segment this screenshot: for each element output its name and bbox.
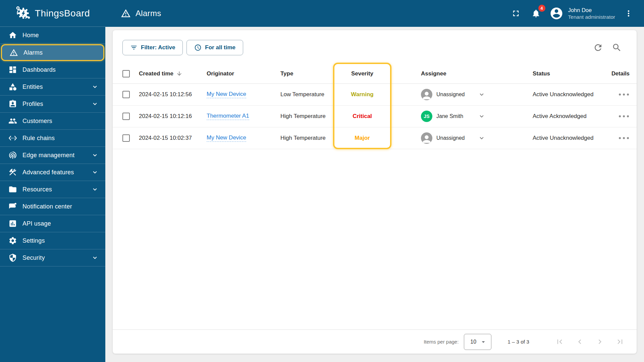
alarms-table: Created time Originator Type Severity As… xyxy=(113,64,637,149)
assignee-avatar xyxy=(421,89,432,100)
column-header-originator[interactable]: Originator xyxy=(207,70,280,77)
alarm-type: High Temperature xyxy=(280,135,333,141)
chevron-down-icon xyxy=(478,113,485,120)
previous-page-button[interactable] xyxy=(572,335,587,349)
assignee-select[interactable]: JS Jane Smith xyxy=(391,111,533,122)
more-vert-icon xyxy=(624,9,633,18)
first-page-button[interactable] xyxy=(552,335,567,349)
user-role: Tenant administrator xyxy=(568,14,615,20)
gear-icon xyxy=(8,236,17,245)
antenna-icon xyxy=(8,151,17,160)
row-actions-button[interactable] xyxy=(618,113,630,119)
alarm-severity: Critical xyxy=(353,113,372,120)
assignee-select[interactable]: Unassigned xyxy=(391,89,533,100)
thingsboard-logo-icon xyxy=(15,5,32,21)
notifications-button[interactable]: 4 xyxy=(529,7,543,20)
warning-icon xyxy=(9,48,18,57)
account-circle-icon xyxy=(549,6,564,20)
row-actions-button[interactable] xyxy=(618,92,630,98)
app-logo[interactable]: ThingsBoard xyxy=(0,0,105,27)
tools-icon xyxy=(8,168,17,177)
assignee-name: Jane Smith xyxy=(436,113,474,119)
sidebar-item-entities[interactable]: Entities xyxy=(0,78,105,96)
table-row: 2024-02-15 10:12:16 Thermometer A1 High … xyxy=(113,106,637,127)
chevron-left-icon xyxy=(575,337,584,346)
alarm-type: Low Temperature xyxy=(280,91,333,98)
last-page-button[interactable] xyxy=(612,335,627,349)
row-actions-button[interactable] xyxy=(618,135,630,141)
assignee-initials: JS xyxy=(424,114,430,119)
column-header-status[interactable]: Status xyxy=(533,70,606,77)
filter-button[interactable]: Filter: Active xyxy=(122,40,183,55)
sidebar-item-rule-chains[interactable]: Rule chains xyxy=(0,130,105,147)
filter-button-label: Filter: Active xyxy=(141,44,175,51)
sidebar-item-dashboards[interactable]: Dashboards xyxy=(0,61,105,78)
row-checkbox[interactable] xyxy=(122,134,130,142)
alarm-severity: Major xyxy=(355,135,370,141)
column-header-created-time[interactable]: Created time xyxy=(139,70,207,77)
search-button[interactable] xyxy=(612,43,622,54)
sidebar-item-profiles[interactable]: Profiles xyxy=(0,96,105,113)
chevron-down-icon xyxy=(91,186,99,193)
assignee-name: Unassigned xyxy=(436,92,474,98)
column-header-assignee[interactable]: Assignee xyxy=(391,70,533,77)
row-checkbox[interactable] xyxy=(122,113,130,120)
more-menu-button[interactable] xyxy=(622,7,635,20)
home-icon xyxy=(8,31,17,40)
alarm-created-time: 2024-02-15 10:12:16 xyxy=(139,113,207,120)
fullscreen-button[interactable] xyxy=(509,7,523,20)
sidebar-item-home[interactable]: Home xyxy=(0,27,105,44)
alarm-severity: Warning xyxy=(351,91,373,98)
page-title: Alarms xyxy=(136,9,161,18)
originator-link[interactable]: My New Device xyxy=(207,134,246,142)
table-row: 2024-02-15 10:12:56 My New Device Low Te… xyxy=(113,84,637,106)
sidebar-item-advanced-features[interactable]: Advanced features xyxy=(0,164,105,181)
column-header-type[interactable]: Type xyxy=(280,70,333,77)
alarm-status: Active Acknowledged xyxy=(533,113,606,120)
select-all-checkbox[interactable] xyxy=(122,70,130,77)
originator-link[interactable]: My New Device xyxy=(207,91,246,98)
time-range-button[interactable]: For all time xyxy=(186,40,243,55)
person-icon xyxy=(421,133,432,144)
filter-icon xyxy=(130,44,138,51)
bar-chart-icon xyxy=(8,219,17,228)
dashboards-icon xyxy=(8,65,17,74)
arrow-drop-down-icon xyxy=(480,338,487,346)
topbar: Alarms 4 John Doe Tenant administrator xyxy=(105,0,644,27)
refresh-button[interactable] xyxy=(593,43,603,54)
clock-icon xyxy=(194,44,202,51)
alarms-card: Filter: Active For all time xyxy=(113,30,637,354)
thingsboard-app: ThingsBoard Home Alarms Dashboards Entit… xyxy=(0,0,644,362)
sidebar-item-notification-center[interactable]: Notification center xyxy=(0,198,105,215)
last-page-icon xyxy=(615,337,625,346)
person-icon xyxy=(421,89,432,100)
app-title: ThingsBoard xyxy=(35,8,90,19)
assignee-select[interactable]: Unassigned xyxy=(391,132,533,144)
sidebar-item-resources[interactable]: Resources xyxy=(0,181,105,198)
sidebar-item-settings[interactable]: Settings xyxy=(0,232,105,249)
warning-icon xyxy=(121,8,131,18)
alarm-status: Active Unacknowledged xyxy=(533,135,606,141)
row-checkbox[interactable] xyxy=(122,91,130,98)
chevron-down-icon xyxy=(478,134,485,142)
sidebar-item-edge-management[interactable]: Edge management xyxy=(0,147,105,164)
sidebar-item-alarms[interactable]: Alarms xyxy=(1,44,104,61)
alarm-created-time: 2024-02-15 10:02:37 xyxy=(139,135,207,141)
chevron-down-icon xyxy=(478,91,485,98)
user-menu[interactable]: John Doe Tenant administrator xyxy=(549,6,615,20)
originator-link[interactable]: Thermometer A1 xyxy=(207,113,249,120)
column-header-severity[interactable]: Severity xyxy=(333,70,391,77)
chevron-right-icon xyxy=(595,337,604,346)
customers-icon xyxy=(8,117,17,125)
sidebar-item-security[interactable]: Security xyxy=(0,249,105,266)
assignee-avatar: JS xyxy=(421,111,432,122)
sidebar-item-api-usage[interactable]: API usage xyxy=(0,215,105,232)
table-body: 2024-02-15 10:12:56 My New Device Low Te… xyxy=(113,84,637,149)
alarm-status: Active Unacknowledged xyxy=(533,91,606,98)
sidebar: ThingsBoard Home Alarms Dashboards Entit… xyxy=(0,0,105,362)
page-size-select[interactable]: 10 xyxy=(464,334,491,350)
folder-icon xyxy=(8,185,17,194)
sidebar-item-customers[interactable]: Customers xyxy=(0,113,105,130)
next-page-button[interactable] xyxy=(592,335,607,349)
chevron-down-icon xyxy=(91,254,99,261)
